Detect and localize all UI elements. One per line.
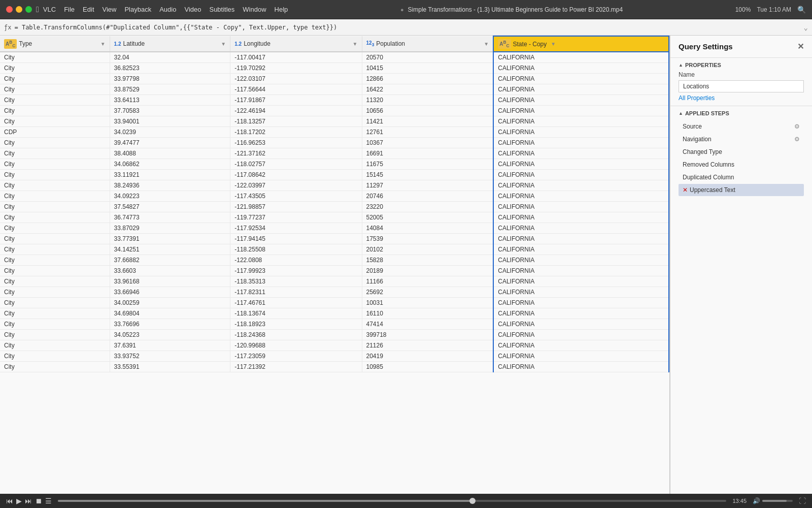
formula-text[interactable]: = Table.TransformColumns(#"Duplicated Co… (14, 24, 803, 31)
cell-population: 17539 (362, 234, 493, 244)
play-button[interactable]: ▶ (16, 497, 22, 505)
table-row: City38.4088-121.3716216691CALIFORNIA (0, 148, 669, 159)
formula-expand-icon[interactable]: ⌄ (804, 23, 808, 31)
step-item-source[interactable]: Source⚙ (679, 120, 804, 133)
menu-item-edit[interactable]: Edit (83, 6, 94, 13)
search-icon[interactable]: 🔍 (797, 6, 806, 14)
step-item-uppercased-text[interactable]: ✕Uppercased Text (679, 184, 804, 196)
cell-type: City (0, 74, 110, 84)
volume-control[interactable]: 🔊 (753, 497, 793, 504)
cell-latitude: 37.70583 (110, 106, 230, 116)
table-row: City33.94001-118.1325711421CALIFORNIA (0, 116, 669, 127)
pop-filter-icon[interactable]: ▼ (484, 41, 489, 47)
cell-longitude: -117.82311 (230, 287, 362, 298)
col-header-state-copy[interactable]: ABC State - Copy ▼ (493, 36, 669, 52)
table-row: City34.14251-118.2550820102CALIFORNIA (0, 244, 669, 255)
col-header-latitude[interactable]: 1.2 Latitude ▼ (110, 36, 230, 52)
menu-item-window[interactable]: Window (243, 6, 266, 13)
cell-population: 11166 (362, 276, 493, 287)
menu-item-playback[interactable]: Playback (124, 6, 151, 13)
title-bar:  VLC File Edit View Playback Audio Vide… (0, 0, 812, 19)
menu-item-view[interactable]: View (103, 6, 117, 13)
step-label: Uppercased Text (690, 186, 735, 194)
close-button[interactable] (6, 6, 13, 13)
table-row: City36.82523-119.7029210415CALIFORNIA (0, 63, 669, 74)
cell-type: City (0, 52, 110, 63)
progress-bar[interactable] (58, 500, 726, 502)
table-row: City33.77391-117.9414517539CALIFORNIA (0, 234, 669, 244)
lat-col-icon: 1.2 (114, 41, 121, 47)
cell-state_copy: CALIFORNIA (493, 52, 669, 63)
cell-population: 10367 (362, 138, 493, 148)
cell-type: City (0, 63, 110, 74)
sc-filter-icon[interactable]: ▼ (551, 41, 556, 47)
cell-population: 10656 (362, 106, 493, 116)
step-item-removed-columns[interactable]: Removed Columns (679, 158, 804, 171)
cell-population: 20189 (362, 266, 493, 276)
cell-longitude: -117.91867 (230, 95, 362, 106)
pop-col-icon: 123 (366, 40, 375, 47)
col-header-population[interactable]: 123 Population ▼ (362, 36, 493, 52)
cell-longitude: -117.21392 (230, 362, 362, 372)
cell-type: City (0, 159, 110, 170)
table-row: City37.66882-122.080815828CALIFORNIA (0, 255, 669, 266)
table-row: City33.96168-118.3531311166CALIFORNIA (0, 276, 669, 287)
progress-handle[interactable] (469, 498, 476, 504)
cell-latitude: 38.24936 (110, 180, 230, 191)
playlist-button[interactable]: ☰ (45, 497, 52, 505)
menu-item-vlc[interactable]: VLC (43, 6, 56, 13)
type-filter-icon[interactable]: ▼ (100, 41, 106, 47)
cell-population: 399718 (362, 330, 493, 340)
step-item-navigation[interactable]: Navigation⚙ (679, 133, 804, 145)
cell-type: City (0, 362, 110, 372)
cell-longitude: -120.99688 (230, 340, 362, 351)
cell-longitude: -117.08642 (230, 170, 362, 180)
col-header-type[interactable]: ABC Type ▼ (0, 36, 110, 52)
query-settings-close-button[interactable]: ✕ (797, 42, 804, 51)
cell-population: 20570 (362, 52, 493, 63)
step-gear-icon[interactable]: ⚙ (794, 136, 800, 143)
lat-filter-icon[interactable]: ▼ (221, 41, 226, 47)
cell-longitude: -119.70292 (230, 63, 362, 74)
cell-type: City (0, 340, 110, 351)
table-row: City33.64113-117.9186711320CALIFORNIA (0, 95, 669, 106)
lon-filter-icon[interactable]: ▼ (353, 41, 358, 47)
cell-latitude: 34.05223 (110, 330, 230, 340)
playback-time: 13:45 (732, 498, 747, 504)
table-row: CDP34.0239-118.1720212761CALIFORNIA (0, 127, 669, 138)
menu-item-file[interactable]: File (64, 6, 75, 13)
cell-latitude: 37.6391 (110, 340, 230, 351)
skip-forward-button[interactable]: ⏭ (25, 497, 32, 505)
menu-item-help[interactable]: Help (275, 6, 288, 13)
all-properties-link[interactable]: All Properties (679, 94, 804, 102)
cell-latitude: 34.09223 (110, 191, 230, 202)
title-bar-right: 100% Tue 1:10 AM 🔍 (735, 6, 806, 14)
data-table: ABC Type ▼ 1.2 Latitude ▼ (0, 36, 669, 372)
cell-longitude: -117.56644 (230, 84, 362, 95)
menu-item-video[interactable]: Video (184, 6, 201, 13)
stop-button[interactable]: ⏹ (35, 497, 42, 505)
cell-latitude: 33.76696 (110, 319, 230, 330)
step-gear-icon[interactable]: ⚙ (794, 123, 800, 130)
fullscreen-button[interactable]: ⛶ (799, 497, 806, 505)
query-name-input[interactable] (679, 80, 804, 92)
name-label: Name (679, 71, 804, 78)
maximize-button[interactable] (25, 6, 32, 13)
cell-state_copy: CALIFORNIA (493, 351, 669, 362)
volume-bar[interactable] (762, 500, 793, 502)
cell-population: 11297 (362, 180, 493, 191)
cell-latitude: 33.77391 (110, 234, 230, 244)
menu-item-subtitles[interactable]: Subtitles (209, 6, 234, 13)
col-latitude-label: Latitude (123, 40, 145, 47)
col-header-longitude[interactable]: 1.2 Longitude ▼ (230, 36, 362, 52)
minimize-button[interactable] (16, 6, 22, 13)
cell-latitude: 33.93752 (110, 351, 230, 362)
col-longitude-label: Longitude (244, 40, 270, 47)
cell-state_copy: CALIFORNIA (493, 266, 669, 276)
query-settings-panel: Query Settings ✕ PROPERTIES Name All Pro… (670, 36, 812, 494)
step-item-duplicated-column[interactable]: Duplicated Column (679, 171, 804, 183)
menu-item-audio[interactable]: Audio (159, 6, 176, 13)
table-row: City32.04-117.0041720570CALIFORNIA (0, 52, 669, 63)
skip-back-button[interactable]: ⏮ (6, 497, 13, 505)
step-item-changed-type[interactable]: Changed Type (679, 146, 804, 158)
